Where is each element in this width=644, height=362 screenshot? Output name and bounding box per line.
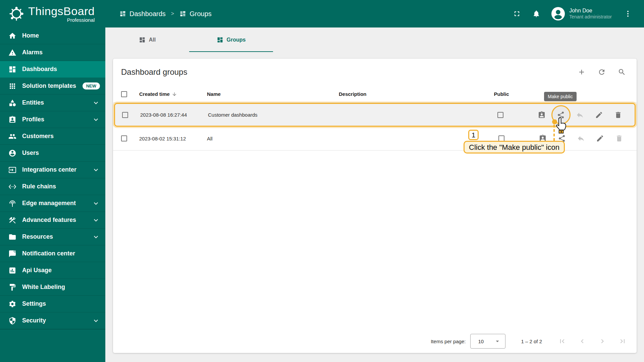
home-icon — [8, 32, 16, 40]
annotation-step-number: 1 — [468, 130, 479, 140]
sidebar-item-label: Profiles — [22, 116, 44, 123]
sidebar-item-label: Settings — [22, 300, 46, 307]
edge-icon — [8, 199, 16, 207]
make-private-button[interactable] — [571, 108, 590, 122]
row-select-checkbox[interactable] — [121, 135, 127, 141]
sidebar-item-dashboards[interactable]: Dashboards — [0, 61, 105, 78]
last-page-icon — [619, 337, 627, 345]
brand-logo[interactable]: ThingsBoard Professional — [0, 0, 105, 27]
breadcrumb-dashboards[interactable]: Dashboards — [119, 10, 166, 18]
shield-icon — [8, 317, 16, 325]
sidebar-item-label: Home — [22, 32, 39, 39]
brand-subtitle: Professional — [28, 17, 95, 22]
column-header-public: Public — [494, 91, 509, 97]
breadcrumb-label: Dashboards — [129, 10, 166, 18]
fullscreen-button[interactable] — [509, 6, 524, 21]
user-info[interactable]: John Doe Tenant administrator — [569, 7, 612, 20]
sort-arrow-down-icon[interactable] — [172, 92, 177, 97]
sidebar-item-integrations-center[interactable]: Integrations center — [0, 162, 105, 178]
sidebar-item-edge-management[interactable]: Edge management — [0, 195, 105, 212]
pencil-icon — [595, 111, 603, 119]
sidebar-item-label: Security — [22, 317, 46, 324]
first-page-button[interactable] — [558, 337, 566, 345]
trash-icon — [614, 111, 622, 119]
previous-page-button[interactable] — [578, 337, 586, 345]
sidebar-item-notification-center[interactable]: Notification center — [0, 245, 105, 262]
refresh-icon — [598, 68, 606, 76]
entities-icon — [8, 99, 16, 107]
column-header-created-time[interactable]: Created time — [139, 91, 170, 97]
sidebar-item-users[interactable]: Users — [0, 145, 105, 162]
notification-icon — [8, 250, 16, 258]
search-button[interactable] — [615, 65, 629, 79]
new-badge: NEW — [83, 82, 100, 89]
sidebar-item-rule-chains[interactable]: Rule chains — [0, 178, 105, 195]
more-menu-button[interactable] — [621, 6, 635, 21]
sidebar-item-resources[interactable]: Resources — [0, 229, 105, 245]
sidebar-item-label: Edge management — [22, 200, 76, 207]
assignment-ind-icon — [538, 111, 546, 119]
tab-all[interactable]: All — [105, 27, 189, 52]
add-group-button[interactable] — [575, 65, 588, 79]
chevron-down-icon — [92, 216, 100, 224]
sidebar-item-white-labeling[interactable]: White Labeling — [0, 279, 105, 296]
tab-groups[interactable]: Groups — [189, 27, 273, 52]
last-page-button[interactable] — [619, 337, 627, 345]
sidebar-item-security[interactable]: Security — [0, 312, 105, 329]
search-icon — [618, 68, 626, 76]
annotation-callout: Click the "Make public" icon — [464, 141, 565, 154]
edit-button[interactable] — [590, 108, 609, 122]
breadcrumb-groups[interactable]: Groups — [179, 10, 212, 18]
manage-assigned-customers-button[interactable] — [532, 108, 551, 122]
avatar[interactable] — [551, 7, 565, 21]
undo-arrow-icon — [577, 134, 585, 142]
page-title: Dashboard groups — [121, 67, 187, 77]
sidebar-menu: Home Alarms Dashboards Solution template… — [0, 27, 105, 330]
undo-arrow-icon — [576, 111, 584, 119]
sidebar-item-alarms[interactable]: Alarms — [0, 44, 105, 61]
cell-created-time: 2023-08-08 16:27:44 — [140, 112, 208, 118]
next-page-button[interactable] — [598, 337, 606, 345]
chevron-down-icon — [92, 199, 100, 207]
sidebar-item-entities[interactable]: Entities — [0, 95, 105, 111]
column-header-name[interactable]: Name — [207, 91, 221, 97]
sidebar-item-solution-templates[interactable]: Solution templates NEW — [0, 78, 105, 95]
column-header-description[interactable]: Description — [339, 91, 367, 97]
items-per-page-select[interactable]: 10 — [470, 334, 505, 349]
cell-created-time: 2023-08-02 15:31:12 — [139, 136, 207, 141]
sidebar-item-profiles[interactable]: Profiles — [0, 111, 105, 128]
sidebar-item-home[interactable]: Home — [0, 27, 105, 44]
dashboard-group-icon — [179, 10, 186, 17]
api-usage-icon — [8, 266, 16, 275]
plus-icon — [578, 68, 586, 76]
apps-icon — [8, 82, 16, 90]
thingsboard-logo-icon — [7, 5, 25, 23]
sidebar-item-label: Dashboards — [22, 66, 57, 73]
white-labeling-icon — [8, 283, 16, 291]
delete-button[interactable] — [609, 131, 629, 146]
sidebar-menu-end-divider — [0, 329, 105, 330]
sidebar-item-api-usage[interactable]: Api Usage — [0, 262, 105, 279]
brand-name: ThingsBoard — [28, 5, 95, 17]
kebab-icon — [624, 10, 632, 18]
user-role: Tenant administrator — [569, 14, 612, 20]
table-footer: Items per page: 10 1 – 2 of 2 — [113, 329, 637, 353]
dashboard-icon — [139, 37, 146, 43]
sidebar-item-settings[interactable]: Settings — [0, 296, 105, 312]
refresh-button[interactable] — [595, 65, 608, 79]
public-checkbox[interactable] — [497, 112, 503, 118]
sidebar-item-customers[interactable]: Customers — [0, 128, 105, 145]
make-private-button[interactable] — [572, 131, 591, 146]
row-select-checkbox[interactable] — [122, 112, 128, 118]
cell-name: All — [207, 136, 339, 141]
delete-button[interactable] — [608, 108, 628, 122]
edit-button[interactable] — [590, 131, 609, 146]
dropdown-caret-icon — [494, 338, 501, 345]
select-all-checkbox[interactable] — [121, 91, 127, 97]
group-tabs: All Groups — [105, 27, 273, 52]
notifications-button[interactable] — [529, 6, 544, 21]
items-per-page-value: 10 — [478, 339, 484, 344]
dashboard-icon — [119, 10, 126, 17]
user-name: John Doe — [569, 7, 612, 14]
sidebar-item-advanced-features[interactable]: Advanced features — [0, 212, 105, 229]
